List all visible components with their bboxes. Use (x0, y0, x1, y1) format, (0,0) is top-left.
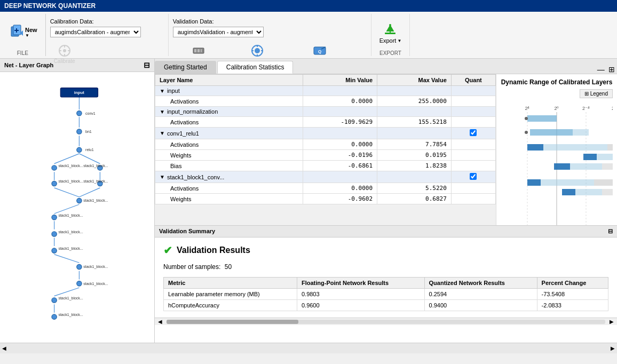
svg-point-66 (77, 264, 82, 269)
sub-layer-name: Activations (155, 96, 303, 107)
svg-rect-101 (597, 154, 613, 160)
export-button[interactable]: Export ▼ (376, 18, 406, 46)
svg-point-68 (77, 281, 82, 286)
svg-text:stack1_block...: stack1_block... (58, 213, 83, 218)
validation-section-title: Validation Summary (159, 228, 215, 235)
svg-rect-93 (573, 129, 589, 136)
svg-line-34 (79, 188, 100, 197)
quant-cell (451, 150, 495, 161)
validation-content: ✔ Validation Results Number of samples: … (155, 238, 617, 318)
quant-cell (451, 183, 495, 194)
calibration-chart: Dynamic Range of Calibrated Layers ⊞ Leg… (496, 74, 617, 225)
svg-point-48 (77, 147, 82, 152)
status-left-arrow[interactable]: ◀ (2, 345, 6, 351)
tab-minimize-icon[interactable]: — (597, 65, 605, 74)
metrics-col-percent: Percent Change (537, 278, 608, 289)
min-value-cell: -0.0196 (303, 150, 377, 161)
svg-line-29 (54, 154, 80, 164)
svg-text:stack1_block...: stack1_block... (83, 164, 108, 168)
svg-text:input: input (74, 90, 84, 95)
svg-point-44 (77, 111, 82, 116)
sub-layer-name: Activations (155, 117, 303, 128)
col-max-value: Max Value (377, 75, 452, 86)
scroll-left-arrow[interactable]: ◀ (156, 319, 164, 325)
col-min-value: Min Value (303, 75, 377, 86)
table-row: Activations -109.9629 155.5218 (155, 117, 496, 128)
min-value-cell: -0.6861 (303, 161, 377, 171)
svg-text:2⁰: 2⁰ (554, 106, 559, 111)
validation-data-select[interactable]: augimdsValidation - augment... (173, 27, 264, 37)
svg-text:2⁻⁴: 2⁻⁴ (582, 106, 590, 111)
svg-point-70 (52, 298, 57, 303)
tab-bar: Getting Started Calibration Statistics —… (155, 59, 617, 74)
sub-layer-name: Activations (155, 183, 303, 194)
svg-point-54 (52, 181, 57, 186)
metrics-table: Metric Floating-Point Network Results Qu… (163, 277, 608, 311)
svg-rect-92 (530, 129, 573, 136)
min-value-cell: -0.9602 (303, 194, 377, 204)
tab-calibration-statistics[interactable]: Calibration Statistics (217, 61, 294, 74)
svg-rect-109 (541, 179, 594, 186)
svg-point-60 (52, 215, 57, 220)
left-panel-collapse[interactable]: ⊟ (144, 61, 150, 69)
scroll-right-arrow[interactable]: ▶ (607, 319, 616, 325)
quantize-validate-icon: Q (312, 43, 327, 58)
calibrate-button[interactable]: Calibrate (50, 41, 79, 67)
calibration-data-select[interactable]: augimdsCalibration - augmen... (50, 27, 141, 37)
max-value-cell: 0.0195 (377, 150, 452, 161)
svg-point-94 (525, 131, 528, 134)
table-row[interactable]: ▼conv1_relu1 (155, 128, 496, 139)
tab-expand-icon[interactable]: ⊞ (608, 65, 615, 74)
layer-checkbox[interactable] (470, 129, 477, 136)
svg-rect-110 (594, 179, 613, 186)
percent-change: -73.5408 (537, 289, 608, 300)
new-icon (8, 23, 25, 41)
table-row: Weights -0.9602 0.6827 (155, 194, 496, 204)
toolbar: New ▼ FILE Calibration Data: augimdsCali… (0, 12, 617, 59)
samples-value: 50 (225, 263, 232, 271)
metric-name: hComputeAccuracy (164, 300, 297, 311)
left-panel: Net - Layer Graph ⊟ (0, 59, 155, 343)
quantized-result: 0.2594 (424, 289, 537, 300)
svg-rect-90 (527, 115, 557, 122)
svg-line-33 (54, 188, 80, 197)
svg-rect-96 (543, 144, 607, 151)
quantized-result: 0.9400 (424, 300, 537, 311)
legend-button[interactable]: ⊞ Legend (580, 89, 613, 98)
check-icon: ✔ (163, 244, 172, 257)
new-button[interactable]: New ▼ (4, 21, 41, 43)
metrics-col-fp: Floating-Point Network Results (297, 278, 424, 289)
min-value-cell: -109.9629 (303, 117, 377, 128)
layer-name-label: input_normalization (167, 108, 218, 115)
svg-rect-114 (562, 189, 575, 195)
svg-point-46 (77, 129, 82, 134)
table-row: Weights -0.0196 0.0195 (155, 150, 496, 161)
calibration-table-container[interactable]: Layer Name Min Value Max Value Quant (155, 74, 496, 225)
col-quant: Quant (451, 75, 495, 86)
layer-name-label: conv1_relu1 (167, 130, 199, 137)
right-panel: Getting Started Calibration Statistics —… (155, 59, 617, 343)
sub-layer-name: Weights (155, 150, 303, 161)
quantization-icon (250, 43, 265, 58)
table-row[interactable]: ▼stack1_block1_conv... (155, 171, 496, 183)
horizontal-scrollbar[interactable]: ◀ ▶ (155, 318, 617, 325)
layer-checkbox[interactable] (470, 173, 477, 180)
status-right-arrow[interactable]: ▶ (611, 345, 615, 351)
status-bar: ◀ ▶ (0, 343, 617, 353)
svg-line-38 (54, 255, 80, 263)
quant-cell (451, 161, 495, 171)
table-row[interactable]: ▼input_normalization (155, 107, 496, 117)
max-value-cell: 7.7854 (377, 139, 452, 150)
svg-text:stack1_block...: stack1_block... (83, 199, 108, 203)
tab-getting-started[interactable]: Getting Started (155, 61, 216, 74)
svg-rect-105 (554, 163, 570, 170)
table-row[interactable]: ▼input (155, 86, 496, 96)
left-panel-title: Net - Layer Graph (4, 62, 53, 68)
svg-line-30 (79, 154, 100, 164)
sub-layer-name: Activations (155, 139, 303, 150)
validation-expand-icon[interactable]: ⊟ (608, 228, 613, 235)
calibrate-group: Calibration Data: augimdsCalibration - a… (46, 14, 169, 56)
quant-cell (451, 194, 495, 204)
min-value-cell: 0.0000 (303, 96, 377, 107)
file-section-label: FILE (17, 48, 28, 56)
